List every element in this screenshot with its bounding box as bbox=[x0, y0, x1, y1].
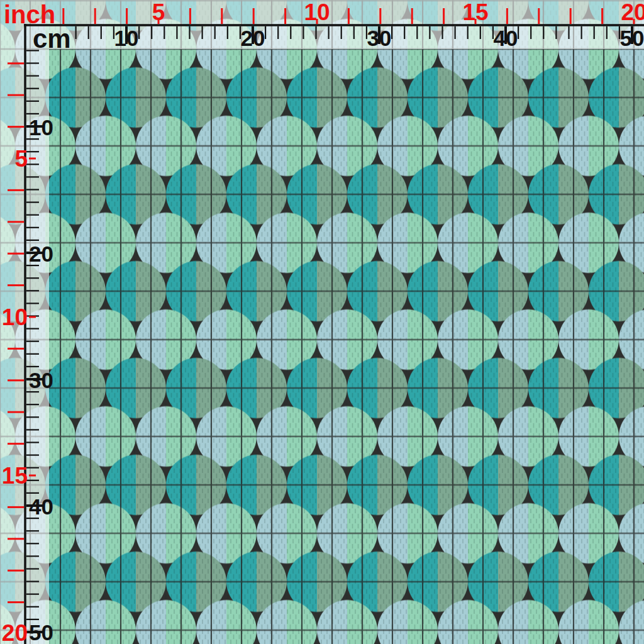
cm-unit-label: cm bbox=[33, 26, 71, 52]
left-inch-label-20: 20 bbox=[1, 621, 28, 644]
top-inch-label-15: 15 bbox=[462, 1, 488, 24]
top-inch-label-20: 20 bbox=[621, 1, 644, 24]
left-cm-label-50: 50 bbox=[29, 621, 53, 643]
top-inch-label-10: 10 bbox=[304, 1, 330, 24]
top-cm-label-30: 30 bbox=[367, 27, 392, 49]
left-inch-label-15: 15 bbox=[1, 464, 28, 487]
fabric-preview: inch cm 5 10 15 20 10 20 30 40 50 5 10 1… bbox=[0, 0, 644, 644]
left-inch-label-10: 10 bbox=[1, 306, 28, 329]
top-cm-label-10: 10 bbox=[114, 27, 139, 49]
left-cm-label-30: 30 bbox=[29, 369, 53, 391]
left-cm-label-20: 20 bbox=[29, 243, 53, 265]
left-cm-label-10: 10 bbox=[29, 116, 53, 138]
ruler-labels: inch cm 5 10 15 20 10 20 30 40 50 5 10 1… bbox=[0, 0, 644, 644]
left-cm-label-40: 40 bbox=[29, 496, 53, 518]
inch-unit-label: inch bbox=[4, 2, 55, 27]
top-inch-label-5: 5 bbox=[152, 1, 165, 24]
left-inch-label-5: 5 bbox=[1, 147, 28, 170]
top-cm-label-20: 20 bbox=[241, 27, 265, 49]
top-cm-label-50: 50 bbox=[620, 27, 644, 49]
top-cm-label-40: 40 bbox=[494, 27, 518, 49]
